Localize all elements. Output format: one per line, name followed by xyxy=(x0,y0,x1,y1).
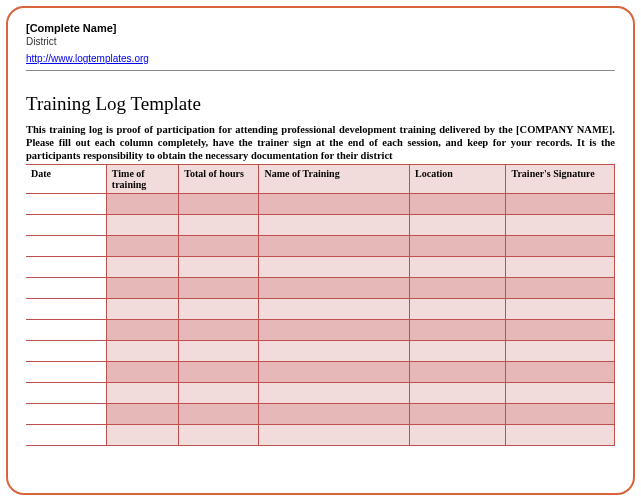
cell xyxy=(106,194,178,215)
cell xyxy=(26,236,106,257)
cell xyxy=(179,215,259,236)
cell xyxy=(106,257,178,278)
cell xyxy=(259,215,410,236)
cell xyxy=(106,341,178,362)
cell xyxy=(26,194,106,215)
training-log-table: Date Time of training Total of hours Nam… xyxy=(26,164,615,446)
table-row xyxy=(26,215,615,236)
cell xyxy=(179,404,259,425)
complete-name-placeholder: [Complete Name] xyxy=(26,22,615,34)
cell xyxy=(26,257,106,278)
cell xyxy=(259,194,410,215)
cell xyxy=(506,194,615,215)
cell xyxy=(506,278,615,299)
cell xyxy=(259,362,410,383)
document-frame: [Complete Name] District http://www.logt… xyxy=(6,6,635,495)
district-label: District xyxy=(26,36,615,47)
cell xyxy=(179,257,259,278)
page-title: Training Log Template xyxy=(26,93,615,115)
cell xyxy=(26,320,106,341)
cell xyxy=(259,383,410,404)
cell xyxy=(179,299,259,320)
cell xyxy=(259,278,410,299)
cell xyxy=(179,194,259,215)
cell xyxy=(179,236,259,257)
cell xyxy=(26,299,106,320)
cell xyxy=(410,404,506,425)
table-row xyxy=(26,404,615,425)
header-divider xyxy=(26,70,615,71)
cell xyxy=(26,425,106,446)
cell xyxy=(410,278,506,299)
cell xyxy=(26,404,106,425)
cell xyxy=(106,404,178,425)
cell xyxy=(179,362,259,383)
cell xyxy=(259,425,410,446)
cell xyxy=(106,383,178,404)
col-header-name: Name of Training xyxy=(259,165,410,194)
cell xyxy=(179,425,259,446)
cell xyxy=(106,320,178,341)
table-row xyxy=(26,425,615,446)
cell xyxy=(506,236,615,257)
cell xyxy=(106,236,178,257)
table-row xyxy=(26,194,615,215)
cell xyxy=(259,341,410,362)
table-row xyxy=(26,383,615,404)
cell xyxy=(506,362,615,383)
cell xyxy=(506,257,615,278)
cell xyxy=(259,257,410,278)
cell xyxy=(506,215,615,236)
cell xyxy=(26,362,106,383)
cell xyxy=(259,236,410,257)
cell xyxy=(410,257,506,278)
cell xyxy=(179,320,259,341)
table-row xyxy=(26,341,615,362)
cell xyxy=(410,215,506,236)
cell xyxy=(410,299,506,320)
intro-paragraph: This training log is proof of participat… xyxy=(26,123,615,162)
cell xyxy=(106,278,178,299)
cell xyxy=(179,341,259,362)
cell xyxy=(106,362,178,383)
table-row xyxy=(26,362,615,383)
cell xyxy=(259,404,410,425)
cell xyxy=(26,383,106,404)
col-header-date: Date xyxy=(26,165,106,194)
cell xyxy=(259,299,410,320)
cell xyxy=(506,404,615,425)
cell xyxy=(106,299,178,320)
cell xyxy=(26,215,106,236)
cell xyxy=(410,236,506,257)
table-row xyxy=(26,236,615,257)
cell xyxy=(410,320,506,341)
cell xyxy=(410,341,506,362)
cell xyxy=(410,362,506,383)
cell xyxy=(506,425,615,446)
cell xyxy=(410,194,506,215)
table-row xyxy=(26,278,615,299)
table-row xyxy=(26,257,615,278)
col-header-time: Time of training xyxy=(106,165,178,194)
cell xyxy=(506,383,615,404)
table-row xyxy=(26,299,615,320)
table-row xyxy=(26,320,615,341)
col-header-total: Total of hours xyxy=(179,165,259,194)
col-header-signature: Trainer's Signature xyxy=(506,165,615,194)
cell xyxy=(259,320,410,341)
cell xyxy=(106,425,178,446)
template-source-link[interactable]: http://www.logtemplates.org xyxy=(26,53,149,64)
table-header-row: Date Time of training Total of hours Nam… xyxy=(26,165,615,194)
col-header-location: Location xyxy=(410,165,506,194)
cell xyxy=(26,341,106,362)
cell xyxy=(506,341,615,362)
cell xyxy=(410,383,506,404)
cell xyxy=(506,299,615,320)
cell xyxy=(506,320,615,341)
cell xyxy=(26,278,106,299)
cell xyxy=(179,278,259,299)
cell xyxy=(106,215,178,236)
cell xyxy=(410,425,506,446)
cell xyxy=(179,383,259,404)
